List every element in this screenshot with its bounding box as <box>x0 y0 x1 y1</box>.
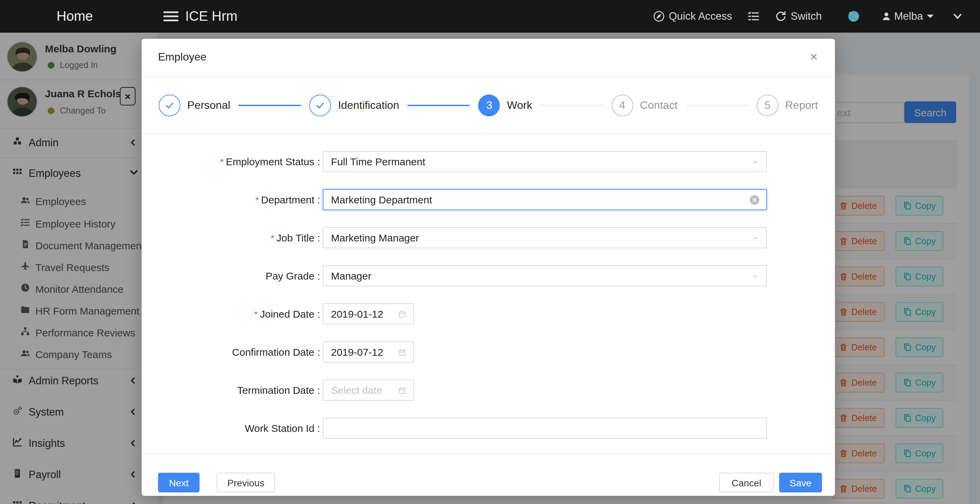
work-station-id-field[interactable] <box>323 418 767 439</box>
brand-title[interactable]: ICE Hrm <box>185 8 237 24</box>
form-row-pay-grade: Pay Grade : Manager <box>142 265 835 286</box>
compass-icon[interactable] <box>653 11 665 22</box>
form-row-job-title: *Job Title : Marketing Manager <box>142 227 835 248</box>
previous-button[interactable]: Previous <box>216 473 275 493</box>
step-report[interactable]: 5 Report <box>757 94 818 116</box>
field-label: Termination Date : <box>237 384 320 396</box>
form-row-department: *Department : Marketing Department <box>142 189 835 210</box>
field-label: Confirmation Date : <box>232 346 320 358</box>
step-contact[interactable]: 4 Contact <box>611 94 677 116</box>
date-value: 2019-07-12 <box>331 346 383 358</box>
required-mark: * <box>220 157 224 167</box>
wizard-steps: Personal Identification 3 Work 4 Contact <box>142 77 835 134</box>
field-label: Job Title : <box>277 232 320 244</box>
divider <box>142 454 835 454</box>
field-label: Pay Grade : <box>266 270 320 282</box>
chevron-down-icon[interactable] <box>952 11 963 22</box>
caret-down-icon <box>927 14 934 18</box>
date-value: 2019-01-12 <box>331 308 383 320</box>
selected-value: Marketing Manager <box>331 232 419 244</box>
step-identification[interactable]: Identification <box>310 94 399 116</box>
cancel-button[interactable]: Cancel <box>719 473 774 493</box>
hamburger-menu-icon[interactable] <box>164 11 178 22</box>
calendar-icon <box>398 309 407 318</box>
joined-date-picker[interactable]: 2019-01-12 <box>323 303 414 325</box>
check-icon <box>310 94 331 116</box>
save-button[interactable]: Save <box>779 473 822 493</box>
calendar-icon <box>398 347 407 357</box>
step-number: 4 <box>611 94 633 116</box>
step-work[interactable]: 3 Work <box>479 94 532 116</box>
nav-quick-access[interactable]: Quick Access <box>669 10 732 22</box>
job-title-select[interactable]: Marketing Manager <box>323 227 767 248</box>
chevron-down-icon <box>751 157 759 166</box>
user-icon[interactable] <box>881 11 891 21</box>
date-placeholder: Select date <box>331 384 382 396</box>
application-root: ext Search Delete Copy Delete Copy <box>0 0 980 504</box>
field-label: Work Station Id : <box>245 422 320 434</box>
field-label: Joined Date : <box>260 308 320 320</box>
switch-icon[interactable] <box>775 11 787 22</box>
field-label: Department : <box>261 194 320 205</box>
step-connector <box>239 105 301 106</box>
nav-switch[interactable]: Switch <box>791 10 822 22</box>
chevron-down-icon <box>751 272 759 280</box>
selected-value: Manager <box>331 270 371 282</box>
pay-grade-select[interactable]: Manager <box>323 265 767 286</box>
nav-user-menu[interactable]: Melba <box>894 10 923 22</box>
next-button[interactable]: Next <box>158 473 200 493</box>
selected-value: Marketing Department <box>331 194 432 205</box>
step-connector <box>407 105 470 106</box>
required-mark: * <box>254 309 258 320</box>
form-row-work-station-id: Work Station Id : <box>142 418 835 439</box>
task-list-icon[interactable] <box>748 11 759 22</box>
modal-title: Employee <box>158 51 206 63</box>
selected-value: Full Time Permanent <box>331 156 425 167</box>
step-number: 3 <box>479 94 500 116</box>
work-station-id-input[interactable] <box>331 418 759 438</box>
field-label: Employment Status : <box>226 156 320 167</box>
form-row-confirmation-date: Confirmation Date : 2019-07-12 <box>142 341 835 363</box>
employment-status-select[interactable]: Full Time Permanent <box>323 151 767 172</box>
top-navbar: Home ICE Hrm Quick Access Switch Melba <box>0 0 980 33</box>
globe-icon[interactable] <box>847 10 860 23</box>
close-icon[interactable]: × <box>805 48 822 66</box>
clear-icon[interactable] <box>750 195 759 204</box>
nav-home-link[interactable]: Home <box>57 8 93 24</box>
step-connector <box>540 105 603 106</box>
check-icon <box>159 94 180 116</box>
termination-date-picker[interactable]: Select date <box>323 380 414 401</box>
step-number: 5 <box>757 94 778 116</box>
form-row-employment-status: *Employment Status : Full Time Permanent <box>142 151 835 172</box>
department-select[interactable]: Marketing Department <box>323 189 767 210</box>
step-personal[interactable]: Personal <box>159 94 230 116</box>
step-connector <box>686 105 748 106</box>
employee-modal: Employee × Personal Identification 3 Wor… <box>142 39 835 496</box>
form-row-termination-date: Termination Date : Select date <box>142 380 835 401</box>
chevron-down-icon <box>751 234 759 242</box>
confirmation-date-picker[interactable]: 2019-07-12 <box>323 341 414 363</box>
form-row-joined-date: *Joined Date : 2019-01-12 <box>142 303 835 325</box>
calendar-icon <box>398 386 407 395</box>
required-mark: * <box>255 195 259 205</box>
required-mark: * <box>271 233 274 244</box>
